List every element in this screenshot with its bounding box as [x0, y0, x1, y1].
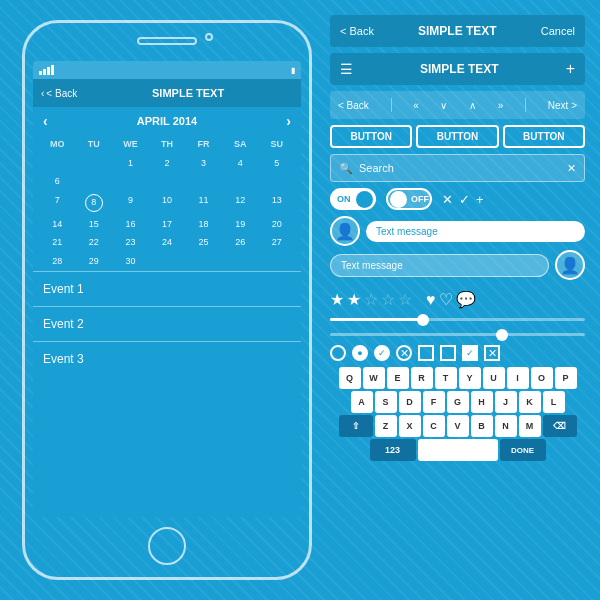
calendar-next-button[interactable]: › [286, 113, 291, 129]
key-m[interactable]: M [519, 415, 541, 437]
phone-speaker [137, 37, 197, 45]
key-j[interactable]: J [495, 391, 517, 413]
heart-icon[interactable]: ♥ [426, 291, 436, 309]
radio-unchecked[interactable] [330, 345, 346, 361]
checkbox-checked[interactable]: ✓ [462, 345, 478, 361]
event-1[interactable]: Event 1 [33, 271, 301, 306]
navbar3-prev-button[interactable]: « [413, 100, 419, 111]
search-bar[interactable]: 🔍 Search ✕ [330, 154, 585, 182]
back-label: < Back [46, 88, 77, 99]
key-shift[interactable]: ⇧ [339, 415, 373, 437]
toggle-icons-group: ✕ ✓ + [442, 192, 484, 207]
chevron-left-icon: ‹ [41, 88, 44, 99]
key-f[interactable]: F [423, 391, 445, 413]
toggles-group: ON OFF ✕ ✓ + [330, 188, 484, 210]
plus-small-icon: + [476, 192, 484, 207]
slider-1-fill [330, 318, 419, 321]
key-o[interactable]: O [531, 367, 553, 389]
star-5[interactable]: ☆ [398, 290, 412, 309]
button-2[interactable]: BUTTON [416, 125, 498, 148]
key-s[interactable]: S [375, 391, 397, 413]
radio-check[interactable]: ✓ [374, 345, 390, 361]
key-w[interactable]: W [363, 367, 385, 389]
day-mo: MO [39, 135, 76, 154]
slider-1-track[interactable] [330, 318, 585, 321]
key-space[interactable] [418, 439, 498, 461]
slider-2-thumb[interactable] [496, 329, 508, 341]
menu-icon[interactable]: ☰ [340, 61, 353, 77]
calendar-day-headers: MO TU WE TH FR SA SU [39, 135, 295, 154]
navbar3-back-button[interactable]: < Back [338, 100, 369, 111]
event-3[interactable]: Event 3 [33, 341, 301, 376]
star-4[interactable]: ☆ [381, 290, 395, 309]
key-p[interactable]: P [555, 367, 577, 389]
navbar2-title: SIMPLE TEXT [420, 62, 499, 76]
key-z[interactable]: Z [375, 415, 397, 437]
toggle-row: ON OFF ✕ ✓ + [330, 188, 585, 210]
navbar3-next2-button[interactable]: » [498, 100, 504, 111]
toggle-off-knob [390, 191, 407, 208]
key-backspace[interactable]: ⌫ [543, 415, 577, 437]
navbar1-back-button[interactable]: < Back [340, 25, 374, 37]
calendar-week-2: 7 8 9 10 11 12 13 [39, 191, 295, 215]
key-y[interactable]: Y [459, 367, 481, 389]
key-b[interactable]: B [471, 415, 493, 437]
chat-area: 👤 Text message 👤 Text message [330, 216, 585, 284]
heart-empty-icon[interactable]: ♡ [439, 290, 453, 309]
key-123[interactable]: 123 [370, 439, 416, 461]
radio-x[interactable]: ✕ [396, 345, 412, 361]
key-i[interactable]: I [507, 367, 529, 389]
key-n[interactable]: N [495, 415, 517, 437]
slider-2-track[interactable] [330, 333, 585, 336]
separator [391, 98, 392, 112]
navbar3-up-button[interactable]: ∧ [469, 100, 476, 111]
star-2[interactable]: ★ [347, 290, 361, 309]
keyboard: Q W E R T Y U I O P A S D F G H J K L ⇧ … [330, 367, 585, 461]
key-t[interactable]: T [435, 367, 457, 389]
slider-1-thumb[interactable] [417, 314, 429, 326]
calendar-month-label: APRIL 2014 [137, 115, 197, 127]
phone-back-button[interactable]: ‹ < Back [41, 88, 77, 99]
plus-icon[interactable]: + [566, 60, 575, 78]
radio-checked[interactable]: ● [352, 345, 368, 361]
calendar-grid: MO TU WE TH FR SA SU 1 2 3 4 5 6 7 8 [33, 135, 301, 271]
day-su: SU [258, 135, 295, 154]
key-d[interactable]: D [399, 391, 421, 413]
key-e[interactable]: E [387, 367, 409, 389]
toggle-on[interactable]: ON [330, 188, 376, 210]
key-v[interactable]: V [447, 415, 469, 437]
day-sa: SA [222, 135, 259, 154]
key-g[interactable]: G [447, 391, 469, 413]
navbar3-next-button[interactable]: Next > [548, 100, 577, 111]
key-c[interactable]: C [423, 415, 445, 437]
key-r[interactable]: R [411, 367, 433, 389]
key-l[interactable]: L [543, 391, 565, 413]
button-1[interactable]: BUTTON [330, 125, 412, 148]
phone-home-button[interactable] [148, 527, 186, 565]
key-x[interactable]: X [399, 415, 421, 437]
checkbox-x[interactable]: ✕ [484, 345, 500, 361]
checkbox-unchecked-2[interactable] [440, 345, 456, 361]
key-q[interactable]: Q [339, 367, 361, 389]
navbar1-cancel-button[interactable]: Cancel [541, 25, 575, 37]
star-3[interactable]: ☆ [364, 290, 378, 309]
key-h[interactable]: H [471, 391, 493, 413]
button-3[interactable]: BUTTON [503, 125, 585, 148]
check-icon: ✓ [459, 192, 470, 207]
key-k[interactable]: K [519, 391, 541, 413]
checkbox-unchecked[interactable] [418, 345, 434, 361]
key-a[interactable]: A [351, 391, 373, 413]
keyboard-row-4: 123 DONE [330, 439, 585, 461]
event-2[interactable]: Event 2 [33, 306, 301, 341]
star-1[interactable]: ★ [330, 290, 344, 309]
key-u[interactable]: U [483, 367, 505, 389]
calendar-prev-button[interactable]: ‹ [43, 113, 48, 129]
phone-camera [205, 33, 213, 41]
key-done[interactable]: DONE [500, 439, 546, 461]
stars-group: ★ ★ ☆ ☆ ☆ ♥ ♡ 💬 [330, 290, 476, 309]
clear-icon[interactable]: ✕ [567, 162, 576, 175]
search-placeholder: Search [359, 162, 561, 174]
bubble-left: Text message [330, 254, 549, 277]
navbar3-down-button[interactable]: ∨ [440, 100, 447, 111]
toggle-off[interactable]: OFF [386, 188, 432, 210]
